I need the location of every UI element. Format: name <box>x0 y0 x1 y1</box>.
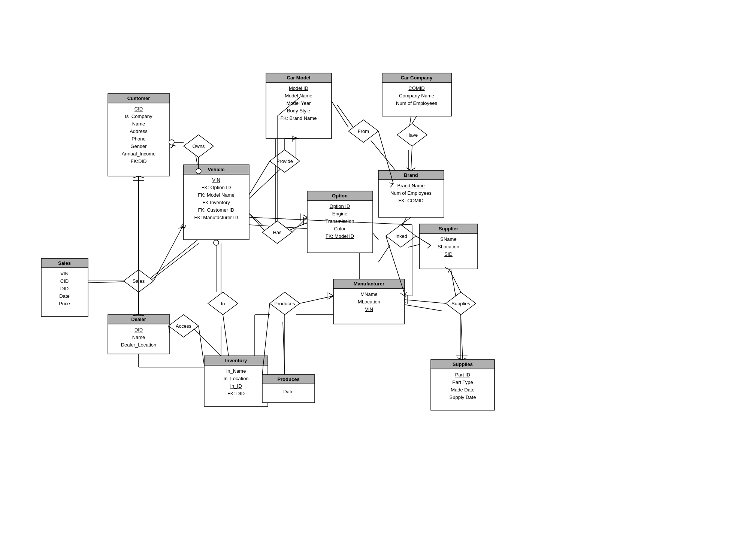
inventory-title: Inventory <box>225 358 247 363</box>
car-model-entity: Car Model Model ID Model Name Model Year… <box>266 73 332 139</box>
manufacturer-mlocation: MLocation <box>358 299 380 305</box>
from-diamond: From <box>348 120 378 142</box>
manufacturer-entity: Manufacturer MName MLocation VIN <box>333 279 405 324</box>
sales-date: Date <box>59 293 69 299</box>
supplies-partid: Part ID <box>455 372 470 378</box>
have-diamond: Have <box>397 124 427 146</box>
supplies-diamond: Supplies <box>446 292 476 315</box>
option-entity: Option Option ID Engine Transmission Col… <box>307 191 373 253</box>
svg-line-134 <box>199 326 204 365</box>
customer-entity: Customer CID Is_Company Name Address Pho… <box>108 94 170 176</box>
customer-fkdid: FK:DID <box>131 158 147 164</box>
has-label: Has <box>273 230 282 235</box>
customer-gender: Gender <box>130 143 147 149</box>
svg-line-48 <box>148 240 198 280</box>
brand-employees: Num of Employees <box>390 190 432 196</box>
supplies-table-title: Supplies <box>453 361 473 367</box>
svg-line-122 <box>411 146 412 170</box>
svg-line-95 <box>154 225 184 281</box>
vehicle-entity: Vehicle VIN FK: Option ID FK: Model Name… <box>184 165 249 240</box>
produces-table-title: Produces <box>277 376 299 382</box>
option-optionid: Option ID <box>330 203 350 209</box>
inventory-inlocation: In_Location <box>223 376 248 381</box>
sales-cid: CID <box>60 278 69 284</box>
option-color: Color <box>334 226 346 231</box>
svg-line-124 <box>411 168 415 170</box>
svg-line-3 <box>150 243 199 281</box>
car-company-entity: Car Company COMID Company Name Num of Em… <box>382 73 451 116</box>
supplier-sname: SName <box>440 236 456 242</box>
brand-entity: Brand Brand Name Num of Employees FK: CO… <box>378 170 444 217</box>
inventory-inname: In_Name <box>226 368 246 374</box>
svg-line-150 <box>405 300 446 303</box>
svg-line-20 <box>249 169 281 199</box>
in-diamond: In <box>208 292 238 315</box>
manufacturer-vin: VIN <box>365 306 373 312</box>
svg-line-147 <box>450 270 461 292</box>
svg-line-137 <box>223 315 229 356</box>
vehicle-fkoptionid: FK: Option ID <box>202 185 231 190</box>
dealer-location: Dealer_Location <box>121 342 157 348</box>
option-title: Option <box>332 193 348 199</box>
customer-income: Annual_Income <box>122 151 155 157</box>
svg-line-29 <box>378 245 390 262</box>
supplier-sid: SID <box>444 251 453 257</box>
produces-diamond: Produces <box>270 292 300 315</box>
supplies-label: Supplies <box>451 301 470 306</box>
vehicle-fkmanufacturerid: FK: Manufacturer ID <box>194 215 238 220</box>
svg-line-149 <box>448 270 450 273</box>
svg-line-140 <box>329 293 333 296</box>
customer-title: Customer <box>127 96 150 101</box>
svg-line-121 <box>412 116 417 124</box>
vehicle-fkinventory: FK Inventory <box>202 200 230 205</box>
carcompany-comid: COMID <box>408 85 424 91</box>
carmodel-modelname: Model Name <box>285 93 312 99</box>
carmodel-title: Car Model <box>287 75 311 81</box>
in-label: In <box>221 301 225 306</box>
sales-did: DID <box>60 286 69 291</box>
carmodel-modelid: Model ID <box>289 85 308 91</box>
supplier-entity: Supplier SName SLocation SID <box>420 224 478 269</box>
supplier-title: Supplier <box>439 226 458 231</box>
option-fkmodelid: FK: Model ID <box>326 233 354 239</box>
brand-title: Brand <box>404 172 418 178</box>
carcompany-name: Company Name <box>399 93 434 99</box>
linked-label: linked <box>394 233 407 239</box>
dealer-title: Dealer <box>131 317 146 322</box>
produces-label: Produces <box>275 301 295 306</box>
svg-line-86 <box>88 282 124 283</box>
customer-phone: Phone <box>131 136 146 142</box>
svg-line-117 <box>332 101 348 127</box>
customer-address: Address <box>130 128 148 134</box>
vehicle-vin: VIN <box>212 177 220 183</box>
sales-entity: Sales VIN CID DID Date Price <box>41 258 88 317</box>
provide-label: Provide <box>276 158 293 164</box>
has-diamond: Has <box>262 221 292 243</box>
vehicle-title: Vehicle <box>208 167 225 172</box>
inventory-fkdid: FK: DID <box>227 391 245 396</box>
dealer-name: Name <box>132 334 145 340</box>
inventory-inid: In_ID <box>230 383 242 389</box>
supplies-supplydate: Supply Date <box>450 394 476 400</box>
svg-point-136 <box>214 240 219 245</box>
customer-cid: CID <box>134 106 143 112</box>
svg-line-112 <box>303 215 307 217</box>
produces-date: Date <box>283 389 293 394</box>
manufacturer-mname: MName <box>360 291 378 297</box>
access-label: Access <box>176 323 191 329</box>
svg-line-23 <box>337 105 356 131</box>
brand-fkcomid: FK: COMID <box>398 198 423 203</box>
carcompany-employees: Num of Employees <box>396 100 437 106</box>
vehicle-fkmodelname: FK: Model Name <box>198 192 235 198</box>
linked-diamond: linked <box>386 225 416 247</box>
svg-line-13 <box>249 214 266 232</box>
carmodel-bodystyle: Body Style <box>287 108 310 113</box>
customer-iscompany: Is_Company <box>125 113 152 119</box>
sales-title: Sales <box>58 260 71 266</box>
svg-point-100 <box>169 140 174 145</box>
svg-line-31 <box>191 326 221 356</box>
diagram-container: Sales VIN CID DID Date Price Customer CI… <box>0 0 756 557</box>
owns-label: Owns <box>192 143 205 149</box>
inventory-entity: Inventory In_Name In_Location In_ID FK: … <box>204 356 268 406</box>
dealer-did: DID <box>134 327 143 333</box>
